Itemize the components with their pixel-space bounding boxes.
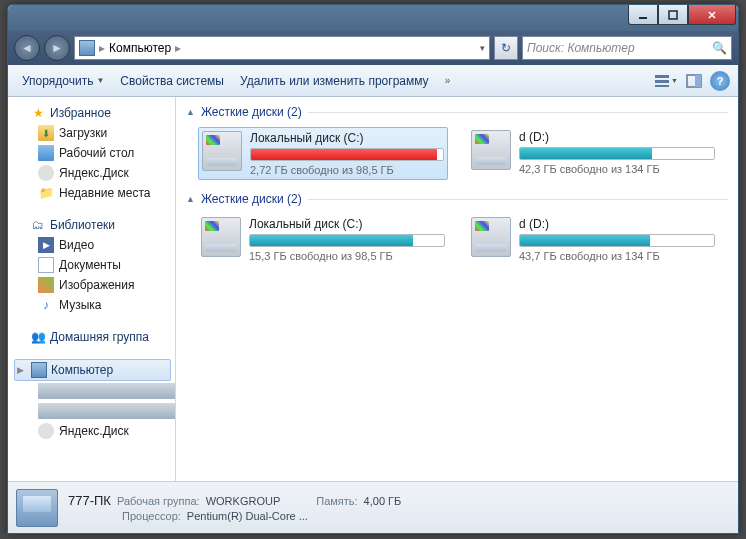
sidebar-item-pictures[interactable]: Изображения (14, 275, 175, 295)
sidebar-item-documents[interactable]: Документы (14, 255, 175, 275)
details-cpu-value: Pentium(R) Dual-Core ... (187, 510, 308, 522)
capacity-bar (250, 148, 444, 161)
search-placeholder: Поиск: Компьютер (527, 41, 635, 55)
breadcrumb-separator: ▸ (175, 41, 181, 55)
details-workgroup-label: Рабочая группа: (117, 495, 200, 507)
drive-free-text: 43,7 ГБ свободно из 134 ГБ (519, 250, 715, 262)
drive-d[interactable]: d (D:) 43,7 ГБ свободно из 134 ГБ (468, 214, 718, 265)
svg-rect-1 (669, 11, 677, 19)
sidebar-computer: ▶Компьютер Локальный диск ( d (D:) Яндек… (14, 359, 175, 441)
drive-icon (38, 383, 175, 399)
drive-free-text: 42,3 ГБ свободно из 134 ГБ (519, 163, 715, 175)
preview-pane-button[interactable] (682, 70, 706, 92)
downloads-icon (38, 125, 54, 141)
explorer-body: ★Избранное Загрузки Рабочий стол Яндекс.… (8, 97, 738, 481)
drive-local-c[interactable]: Локальный диск (C:) 2,72 ГБ свободно из … (198, 127, 448, 180)
organize-menu[interactable]: Упорядочить▼ (16, 70, 110, 92)
group-header[interactable]: ▲ Жесткие диски (2) (186, 192, 728, 206)
svg-rect-3 (655, 80, 669, 83)
chevron-down-icon: ▼ (671, 77, 678, 84)
computer-large-icon (16, 489, 58, 527)
forward-button[interactable]: ► (44, 35, 70, 61)
drive-icon (38, 403, 175, 419)
sidebar-head-favorites[interactable]: ★Избранное (14, 103, 175, 123)
sidebar-head-homegroup[interactable]: 👥Домашняя группа (14, 327, 175, 347)
svg-rect-2 (655, 75, 669, 78)
sidebar-item-music[interactable]: ♪Музыка (14, 295, 175, 315)
sidebar-item-drive-d[interactable]: d (D:) (14, 401, 175, 421)
yandex-disk-icon (38, 165, 54, 181)
minimize-button[interactable] (628, 5, 658, 25)
breadcrumb-location[interactable]: Компьютер (109, 41, 171, 55)
close-button[interactable] (688, 5, 736, 25)
video-icon: ▶ (38, 237, 54, 253)
music-icon: ♪ (38, 297, 54, 313)
sidebar-item-local-disk-c[interactable]: Локальный диск ( (14, 381, 175, 401)
sidebar-homegroup: 👥Домашняя группа (14, 327, 175, 347)
navigation-bar: ◄ ► ▸ Компьютер ▸ ▾ ↻ Поиск: Компьютер 🔍 (8, 31, 738, 65)
sidebar-item-recent[interactable]: 📁Недавние места (14, 183, 175, 203)
sidebar-favorites: ★Избранное Загрузки Рабочий стол Яндекс.… (14, 103, 175, 203)
drive-local-c[interactable]: Локальный диск (C:) 15,3 ГБ свободно из … (198, 214, 448, 265)
sidebar-item-yandex-disk[interactable]: Яндекс.Диск (14, 163, 175, 183)
svg-rect-4 (655, 85, 669, 87)
group-header[interactable]: ▲ Жесткие диски (2) (186, 105, 728, 119)
star-icon: ★ (30, 105, 46, 121)
view-options-button[interactable]: ▼ (654, 70, 678, 92)
toolbar-overflow[interactable]: » (439, 75, 457, 86)
address-dropdown-icon[interactable]: ▾ (480, 43, 485, 53)
computer-icon (31, 362, 47, 378)
help-button[interactable]: ? (710, 71, 730, 91)
maximize-button[interactable] (658, 5, 688, 25)
search-input[interactable]: Поиск: Компьютер 🔍 (522, 36, 732, 60)
drive-free-text: 15,3 ГБ свободно из 98,5 ГБ (249, 250, 445, 262)
command-bar: Упорядочить▼ Свойства системы Удалить ил… (8, 65, 738, 97)
hard-drive-icon (471, 217, 511, 257)
content-pane: ▲ Жесткие диски (2) Локальный диск (C:) … (176, 97, 738, 481)
drive-d[interactable]: d (D:) 42,3 ГБ свободно из 134 ГБ (468, 127, 718, 180)
collapse-icon: ▲ (186, 107, 195, 117)
details-memory-value: 4,00 ГБ (364, 495, 402, 507)
drive-name: Локальный диск (C:) (250, 131, 444, 145)
drive-name: d (D:) (519, 217, 715, 231)
details-pane: 777-ПК Рабочая группа: WORKGROUP Память:… (8, 481, 738, 533)
document-icon (38, 257, 54, 273)
window-controls (628, 5, 736, 25)
uninstall-program-button[interactable]: Удалить или изменить программу (234, 70, 435, 92)
details-workgroup-value: WORKGROUP (206, 495, 281, 507)
details-memory-label: Память: (316, 495, 357, 507)
navigation-pane: ★Избранное Загрузки Рабочий стол Яндекс.… (8, 97, 176, 481)
refresh-button[interactable]: ↻ (494, 36, 518, 60)
libraries-icon: 🗂 (30, 217, 46, 233)
hard-drive-icon (471, 130, 511, 170)
titlebar (8, 5, 738, 31)
sidebar-item-downloads[interactable]: Загрузки (14, 123, 175, 143)
svg-rect-6 (695, 75, 701, 87)
address-bar[interactable]: ▸ Компьютер ▸ ▾ (74, 36, 490, 60)
sidebar-head-computer[interactable]: ▶Компьютер (14, 359, 171, 381)
drive-free-text: 2,72 ГБ свободно из 98,5 ГБ (250, 164, 444, 176)
system-properties-button[interactable]: Свойства системы (114, 70, 230, 92)
hard-drive-icon (202, 131, 242, 171)
svg-rect-0 (639, 17, 647, 19)
sidebar-item-videos[interactable]: ▶Видео (14, 235, 175, 255)
sidebar-item-desktop[interactable]: Рабочий стол (14, 143, 175, 163)
capacity-bar (249, 234, 445, 247)
sidebar-head-libraries[interactable]: 🗂Библиотеки (14, 215, 175, 235)
sidebar-libraries: 🗂Библиотеки ▶Видео Документы Изображения… (14, 215, 175, 315)
yandex-disk-icon (38, 423, 54, 439)
explorer-window: ◄ ► ▸ Компьютер ▸ ▾ ↻ Поиск: Компьютер 🔍… (7, 4, 739, 534)
chevron-down-icon: ▼ (96, 76, 104, 85)
pictures-icon (38, 277, 54, 293)
desktop-icon (38, 145, 54, 161)
drive-row: Локальный диск (C:) 2,72 ГБ свободно из … (186, 127, 728, 180)
back-button[interactable]: ◄ (14, 35, 40, 61)
drive-name: d (D:) (519, 130, 715, 144)
recent-icon: 📁 (38, 185, 54, 201)
homegroup-icon: 👥 (30, 329, 46, 345)
capacity-bar (519, 234, 715, 247)
sidebar-item-yandex-disk[interactable]: Яндекс.Диск (14, 421, 175, 441)
capacity-bar (519, 147, 715, 160)
drive-name: Локальный диск (C:) (249, 217, 445, 231)
expand-icon[interactable]: ▶ (17, 365, 27, 375)
